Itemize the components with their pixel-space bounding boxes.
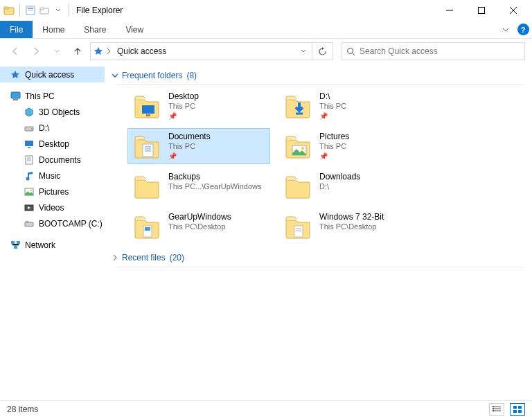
new-folder-icon[interactable] xyxy=(38,4,51,17)
sidebar-item[interactable]: Documents xyxy=(0,152,105,168)
properties-icon[interactable] xyxy=(24,4,37,17)
drive-c-icon xyxy=(24,218,35,229)
tab-home[interactable]: Home xyxy=(33,21,74,38)
folder-item[interactable]: DesktopThis PC📌 xyxy=(127,88,270,124)
folder-location: This PC xyxy=(319,102,346,112)
pin-icon: 📌 xyxy=(319,152,349,161)
folder-location: This PC xyxy=(168,102,199,112)
sidebar-item[interactable]: Music xyxy=(0,168,105,184)
sidebar-item-network[interactable]: Network xyxy=(0,237,105,253)
sidebar-item[interactable]: Desktop xyxy=(0,136,105,152)
svg-rect-26 xyxy=(146,114,150,116)
section-count: (20) xyxy=(170,253,184,263)
minimize-button[interactable] xyxy=(434,0,466,21)
quick-access-star-icon xyxy=(94,46,103,56)
up-button[interactable] xyxy=(69,43,86,60)
sidebar-item[interactable]: BOOTCAMP (C:) xyxy=(0,215,105,231)
folder-item[interactable]: DocumentsThis PC📌 xyxy=(127,128,270,164)
view-large-icons-button[interactable] xyxy=(510,403,525,416)
search-placeholder: Search Quick access xyxy=(360,46,438,56)
pc-icon xyxy=(10,91,21,102)
svg-rect-1 xyxy=(4,7,8,9)
svg-rect-32 xyxy=(294,226,303,237)
svg-rect-22 xyxy=(11,241,15,244)
svg-point-16 xyxy=(26,177,29,180)
section-title: Recent files xyxy=(122,253,166,263)
svg-rect-21 xyxy=(26,221,28,222)
section-recent-files[interactable]: Recent files (20) xyxy=(111,253,524,263)
help-button[interactable]: ? xyxy=(514,21,532,38)
star-icon xyxy=(10,69,21,80)
breadcrumb[interactable]: Quick access xyxy=(114,46,169,56)
address-dropdown-icon[interactable] xyxy=(298,48,309,54)
forward-button[interactable] xyxy=(28,43,44,60)
pin-icon: 📌 xyxy=(168,112,199,121)
svg-rect-7 xyxy=(479,8,485,14)
svg-point-12 xyxy=(31,128,33,130)
svg-rect-35 xyxy=(493,410,494,411)
sidebar-item-quick-access[interactable]: Quick access xyxy=(0,66,105,82)
svg-rect-37 xyxy=(518,406,522,409)
tab-file[interactable]: File xyxy=(0,21,33,38)
folder-icon xyxy=(132,91,161,121)
address-bar[interactable]: Quick access xyxy=(90,42,312,60)
folder-item[interactable]: PicturesThis PC📌 xyxy=(278,128,421,164)
sidebar-item[interactable]: D:\ xyxy=(0,120,105,136)
title-bar: File Explorer xyxy=(0,0,532,21)
svg-rect-14 xyxy=(28,147,30,148)
recent-locations-button[interactable] xyxy=(48,43,65,60)
drive-icon xyxy=(24,123,35,134)
status-bar: 28 items xyxy=(0,400,532,417)
folder-icon xyxy=(283,91,312,121)
svg-rect-38 xyxy=(513,410,517,413)
svg-rect-13 xyxy=(25,141,33,146)
svg-rect-15 xyxy=(26,156,33,164)
folder-item[interactable]: GearUpWindowsThis PC\Desktop xyxy=(127,208,270,245)
svg-rect-25 xyxy=(142,105,154,114)
folder-name: GearUpWindows xyxy=(168,212,231,222)
folder-item[interactable]: Windows 7 32-BitThis PC\Desktop xyxy=(278,208,421,245)
section-frequent-folders[interactable]: Frequent folders (8) xyxy=(111,71,524,80)
sidebar-item-label: Quick access xyxy=(25,70,74,80)
ribbon-collapse-icon[interactable] xyxy=(497,21,514,38)
refresh-button[interactable] xyxy=(312,42,333,60)
folder-icon xyxy=(132,132,161,161)
navigation-bar: Quick access Search Quick access xyxy=(0,39,532,64)
qat-dropdown-icon[interactable] xyxy=(52,4,64,17)
tab-view[interactable]: View xyxy=(116,21,153,38)
folder-location: This PC\Desktop xyxy=(168,222,231,232)
tab-share[interactable]: Share xyxy=(74,21,116,38)
chevron-right-icon xyxy=(111,254,119,262)
window-title: File Explorer xyxy=(76,6,123,15)
sidebar-item[interactable]: 3D Objects xyxy=(0,104,105,120)
sidebar-item-label: Desktop xyxy=(39,139,69,149)
svg-rect-6 xyxy=(40,8,44,10)
svg-rect-39 xyxy=(518,410,522,413)
svg-rect-20 xyxy=(25,222,33,227)
svg-point-8 xyxy=(348,48,353,53)
sidebar-item[interactable]: Pictures xyxy=(0,184,105,199)
ribbon-tabs: File Home Share View ? xyxy=(0,21,532,39)
sidebar-item-label: Network xyxy=(25,240,55,250)
svg-rect-3 xyxy=(28,8,33,9)
close-button[interactable] xyxy=(497,0,529,21)
svg-point-29 xyxy=(301,147,304,150)
section-count: (8) xyxy=(186,71,197,80)
chevron-right-icon[interactable] xyxy=(106,48,112,55)
sidebar-item-this-pc[interactable]: This PC xyxy=(0,88,105,104)
back-button[interactable] xyxy=(7,43,24,60)
search-icon xyxy=(346,47,355,56)
maximize-button[interactable] xyxy=(466,0,497,21)
sidebar-item[interactable]: Videos xyxy=(0,199,105,215)
network-icon xyxy=(10,240,21,251)
folder-item[interactable]: D:\This PC📌 xyxy=(278,88,421,124)
folder-item[interactable]: DownloadsD:\ xyxy=(278,168,421,204)
folder-item[interactable]: BackupsThis PC...\GearUpWindows xyxy=(127,168,270,204)
view-details-button[interactable] xyxy=(489,403,504,416)
search-box[interactable]: Search Quick access xyxy=(342,42,525,60)
svg-rect-27 xyxy=(143,144,153,157)
app-icon xyxy=(3,4,15,17)
folder-name: Documents xyxy=(168,132,211,142)
folder-name: Desktop xyxy=(168,91,199,102)
status-item-count: 28 items xyxy=(7,405,38,414)
